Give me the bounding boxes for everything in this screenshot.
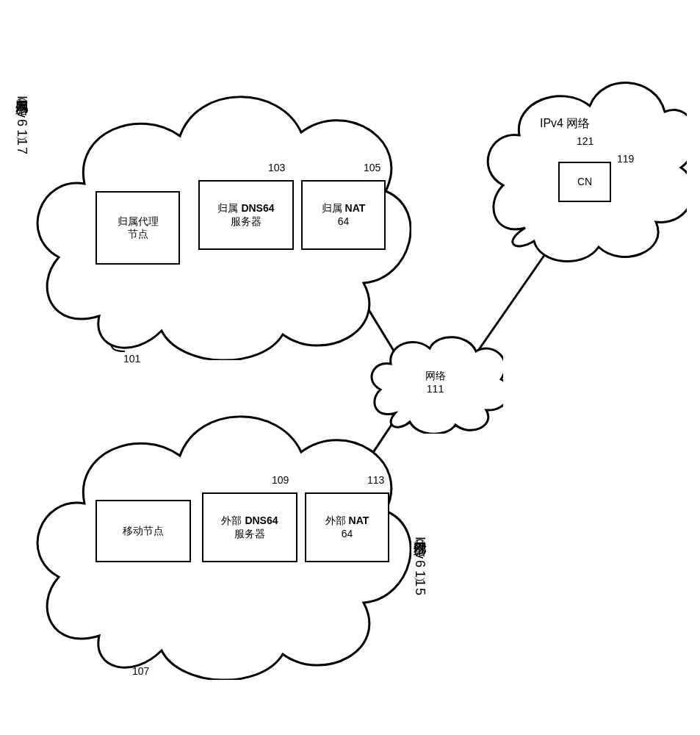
home-agent-box: 归属代理 节点: [95, 191, 180, 265]
foreign-nat64-line1: 外部 NAT: [325, 514, 369, 528]
home-dns64-line2: 服务器: [231, 215, 261, 229]
home-nat64-box: 归属 NAT 64: [301, 180, 386, 250]
foreign-network-title: 外部网络（IPv6）115: [411, 529, 429, 597]
ipv4-network-cloud: IPv4 网络 121 CN 119: [481, 59, 687, 265]
foreign-dns64-line2: 服务器: [234, 528, 265, 541]
mobile-node-label: 移动节点: [123, 525, 164, 538]
foreign-nat64-num: 113: [367, 474, 384, 486]
home-dns64-line1: 归属 DNS64: [217, 202, 274, 215]
home-dns64-num: 103: [268, 162, 285, 173]
cn-num: 119: [617, 153, 634, 165]
foreign-network-cloud: 移动节点 107 外部 DNS64 服务器 109 外部 NAT 64 113: [29, 386, 411, 680]
home-nat64-line2: 64: [338, 215, 350, 229]
cn-box: CN: [558, 162, 611, 202]
mobile-node-num: 107: [132, 665, 149, 677]
ipv4-title: IPv4 网络: [540, 116, 590, 132]
home-network-title: 归属网络（IPv6）117: [13, 88, 31, 156]
home-network-cloud: 归属代理 节点 101 归属 DNS64 服务器 103 归属 NAT 64 1…: [29, 66, 411, 360]
foreign-nat64-box: 外部 NAT 64: [305, 492, 389, 562]
ipv4-num: 121: [577, 135, 593, 147]
mobile-node-box: 移动节点: [95, 500, 191, 562]
foreign-dns64-num: 109: [272, 474, 289, 486]
core-network-label: 网络: [425, 370, 446, 383]
home-agent-num: 101: [123, 353, 140, 365]
home-dns64-box: 归属 DNS64 服务器: [198, 180, 294, 250]
home-agent-label: 归属代理 节点: [118, 215, 159, 241]
core-network-cloud: 网络 111: [367, 331, 503, 434]
home-nat64-line1: 归属 NAT: [322, 202, 366, 215]
foreign-dns64-box: 外部 DNS64 服务器: [202, 492, 297, 562]
foreign-dns64-line1: 外部 DNS64: [221, 514, 278, 528]
home-nat64-num: 105: [364, 162, 380, 173]
foreign-nat64-line2: 64: [342, 528, 353, 541]
core-network-num: 111: [427, 383, 444, 395]
cn-label: CN: [577, 176, 592, 189]
